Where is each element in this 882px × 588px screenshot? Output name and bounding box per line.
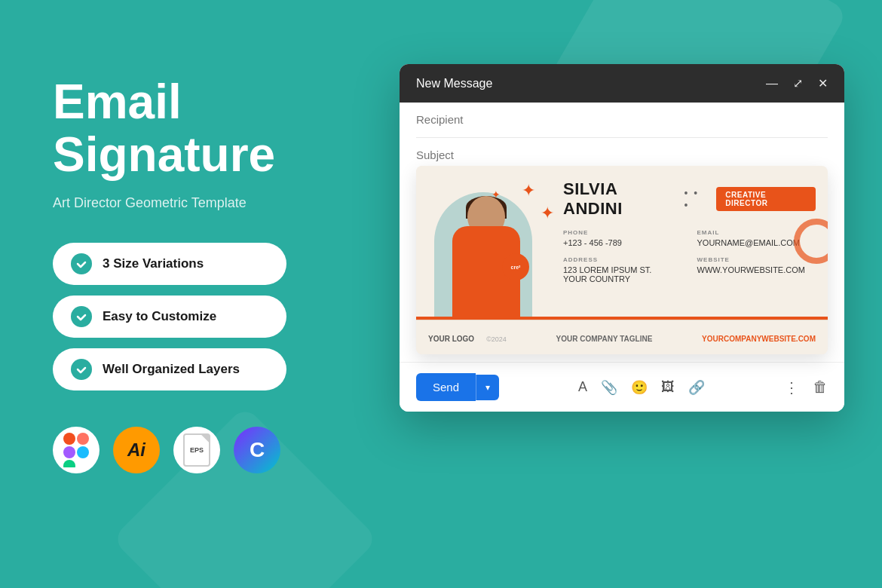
sig-footer-logo: YOUR LOGO <box>428 335 474 343</box>
sparkle-3: ✦ <box>492 188 501 201</box>
sig-footer-website: YOURCOMPANYWEBSITE.COM <box>702 335 816 343</box>
tool-icons: Ai EPS C <box>53 427 369 473</box>
tool-icon-illustrator: Ai <box>113 427 160 473</box>
svg-point-4 <box>77 446 89 458</box>
subtitle: Art Director Geometric Template <box>53 195 369 211</box>
subject-input[interactable] <box>416 149 828 161</box>
email-fields <box>400 103 844 173</box>
svg-rect-2 <box>63 446 75 458</box>
sig-address-line1: 123 LOREM IPSUM ST. <box>563 265 682 274</box>
feature-text-2: Easy to Customize <box>103 309 216 324</box>
email-toolbar: Send ▾ A 📎 🙂 🖼 🔗 ⋮ 🗑 <box>400 362 844 412</box>
feature-size-variations: 3 Size Variations <box>53 243 286 285</box>
toolbar-icons: A 📎 🙂 🖼 🔗 <box>578 379 705 396</box>
check-icon-2 <box>71 306 92 327</box>
check-icon-1 <box>71 253 92 274</box>
minimize-button[interactable]: — <box>766 77 778 90</box>
trash-icon[interactable]: 🗑 <box>813 378 828 397</box>
sig-website-label: WEBSITE <box>697 256 816 263</box>
sig-address-block: ADDRESS 123 LOREM IPSUM ST. YOUR COUNTRY <box>563 256 682 283</box>
send-dropdown-button[interactable]: ▾ <box>476 375 499 400</box>
sig-contact-grid: PHONE +123 - 456 -789 EMAIL YOURNAME@EMA… <box>563 229 816 283</box>
sig-phone-label: PHONE <box>563 229 682 236</box>
send-button-group: Send ▾ <box>416 373 499 401</box>
canva-label: C <box>250 438 265 462</box>
ai-label: Ai <box>127 439 145 461</box>
sig-address-label: ADDRESS <box>563 256 682 263</box>
sparkle-2: ✦ <box>541 204 554 223</box>
sig-phone-block: PHONE +123 - 456 -789 <box>563 229 682 247</box>
svg-rect-1 <box>77 433 89 445</box>
sig-name-row: SILVIA ANDINI • • • CREATIVE DIRECTOR <box>563 179 816 219</box>
sig-website-block: WEBSITE WWW.YOURWEBSITE.COM <box>697 256 816 283</box>
email-header: New Message — ⤢ ✕ <box>400 64 844 103</box>
close-button[interactable]: ✕ <box>818 76 828 90</box>
svg-rect-3 <box>63 460 75 467</box>
tool-icon-eps: EPS <box>173 427 220 473</box>
sig-footer: YOUR LOGO ©2024 YOUR COMPANY TAGLINE YOU… <box>416 320 828 354</box>
recipient-field <box>416 103 828 138</box>
sig-website-value: WWW.YOURWEBSITE.COM <box>697 265 816 274</box>
sig-photo-area: ✦ ✦ ✦ cre² <box>416 166 556 317</box>
eps-label: EPS <box>190 446 204 454</box>
sig-phone-value: +123 - 456 -789 <box>563 238 682 247</box>
feature-text-3: Well Organized Layers <box>103 362 240 377</box>
logo-badge: cre² <box>502 253 529 280</box>
send-button[interactable]: Send <box>416 373 476 401</box>
feature-text-1: 3 Size Variations <box>103 256 204 271</box>
sig-footer-copy: ©2024 <box>486 335 507 343</box>
feature-organized-layers: Well Organized Layers <box>53 348 286 390</box>
logo-badge-text: cre² <box>511 265 521 270</box>
sig-address-line2: YOUR COUNTRY <box>563 274 682 283</box>
signature-card: ✦ ✦ ✦ cre² SILVIA ANDINI • • • CREATIVE … <box>416 166 828 354</box>
sig-footer-left: YOUR LOGO ©2024 <box>428 335 507 343</box>
email-window: New Message — ⤢ ✕ <box>400 64 844 412</box>
attach-icon[interactable]: 📎 <box>601 379 617 396</box>
sig-dots: • • • <box>684 187 707 211</box>
title-line1: Email <box>53 75 182 129</box>
maximize-button[interactable]: ⤢ <box>793 76 803 90</box>
link-icon[interactable]: 🔗 <box>688 379 705 396</box>
main-title: Email Signature <box>53 75 369 182</box>
tool-icon-figma <box>53 427 100 473</box>
svg-rect-0 <box>63 433 75 445</box>
toolbar-right: ⋮ 🗑 <box>784 378 828 397</box>
eps-file-icon: EPS <box>183 433 210 467</box>
eps-fold <box>201 435 209 443</box>
sig-inner: ✦ ✦ ✦ cre² SILVIA ANDINI • • • CREATIVE … <box>416 166 828 317</box>
more-options-icon[interactable]: ⋮ <box>784 378 799 397</box>
email-window-title: New Message <box>416 77 492 90</box>
feature-easy-customize: Easy to Customize <box>53 296 286 338</box>
image-icon[interactable]: 🖼 <box>661 379 675 395</box>
recipient-input[interactable] <box>416 113 828 126</box>
emoji-icon[interactable]: 🙂 <box>631 379 648 396</box>
sparkle-1: ✦ <box>522 181 535 201</box>
window-controls: — ⤢ ✕ <box>766 76 828 90</box>
format-text-icon[interactable]: A <box>578 379 587 395</box>
tool-icon-canva: C <box>234 427 280 473</box>
sig-name: SILVIA ANDINI <box>563 179 675 219</box>
sig-info: SILVIA ANDINI • • • CREATIVE DIRECTOR PH… <box>556 166 828 317</box>
sig-footer-tagline: YOUR COMPANY TAGLINE <box>556 335 653 343</box>
sig-role-badge: CREATIVE DIRECTOR <box>716 187 816 211</box>
right-panel: New Message — ⤢ ✕ <box>400 64 844 412</box>
title-line2: Signature <box>53 127 275 182</box>
check-icon-3 <box>71 359 92 380</box>
feature-list: 3 Size Variations Easy to Customize Well… <box>53 243 369 390</box>
left-panel: Email Signature Art Director Geometric T… <box>53 75 369 473</box>
